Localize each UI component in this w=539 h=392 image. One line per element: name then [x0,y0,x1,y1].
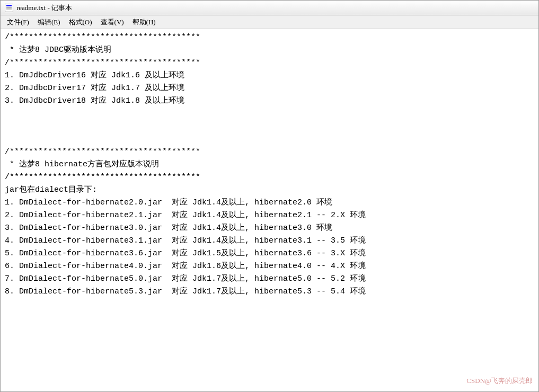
menu-help[interactable]: 帮助(H) [128,16,160,28]
menu-view[interactable]: 查看(V) [96,16,128,28]
menu-edit[interactable]: 编辑(E) [33,16,65,28]
menu-file[interactable]: 文件(F) [3,16,33,28]
title-bar: readme.txt - 记事本 [1,1,538,15]
app-icon [5,4,13,12]
window-title: readme.txt - 记事本 [16,3,72,13]
notepad-window: readme.txt - 记事本 文件(F) 编辑(E) 格式(O) 查看(V)… [0,0,539,392]
menu-format[interactable]: 格式(O) [65,16,96,28]
menu-bar: 文件(F) 编辑(E) 格式(O) 查看(V) 帮助(H) [1,15,538,29]
text-editor[interactable]: /***************************************… [1,29,538,391]
